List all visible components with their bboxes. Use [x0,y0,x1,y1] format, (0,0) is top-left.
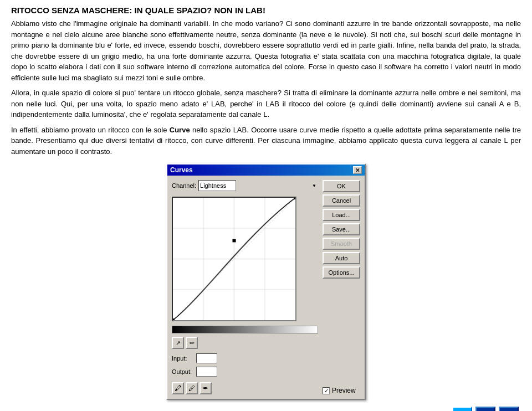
auto-button[interactable]: Auto [323,252,360,264]
curves-bottom-bar [172,326,318,333]
nav-prev-button[interactable]: ◀ [475,407,495,411]
dialog-titlebar: Curves ✕ [167,165,365,176]
page-title: RITOCCO SENZA MASCHERE: IN QUALE SPAZIO?… [11,6,521,15]
channel-label: Channel: [172,182,196,189]
input-label: Input: [172,355,193,362]
load-button[interactable]: Load... [323,209,360,221]
curves-canvas[interactable] [172,197,296,321]
input-row: Input: [172,353,318,363]
save-button[interactable]: Save... [323,223,360,235]
output-field[interactable] [196,367,217,377]
paragraph-2: Allora, in quale spazio di colore si puo… [11,88,521,120]
output-label: Output: [172,368,193,375]
smooth-button[interactable]: Smooth [323,238,360,250]
input-gradient-bar [172,326,318,333]
curve-tool-button[interactable]: ↗ [172,337,184,349]
preview-checkbox[interactable]: ✓ [323,387,330,394]
eyedropper-row: 🖍 🖊 ✒ [172,382,318,394]
dialog-close-button[interactable]: ✕ [353,166,362,174]
dialog-overlay: Curves ✕ Channel: Lightness a b [11,163,521,400]
pencil-tool-button[interactable]: ✏ [186,337,198,349]
input-field[interactable] [196,353,217,363]
paragraph-1: Abbiamo visto che l'immagine originale h… [11,18,521,83]
curves-tools-row: ↗ ✏ [172,337,318,349]
channel-select-wrapper: Lightness a b [198,180,318,191]
dialog-body: Channel: Lightness a b [167,176,365,399]
channel-select[interactable]: Lightness a b [198,180,236,191]
eyedropper-gray-button[interactable]: 🖊 [186,382,198,394]
nav-home-button[interactable]: ⌂ [452,407,472,411]
nav-buttons: ⌂ ◀ ▶ [11,407,521,411]
dialog-right-panel: OK Cancel Load... Save... Smooth Auto Op… [323,180,360,394]
dialog-left-panel: Channel: Lightness a b [172,180,318,394]
preview-row: ✓ Preview [323,387,360,394]
cancel-button[interactable]: Cancel [323,194,360,207]
paragraph-3: In effetti, abbiamo provato un ritocco c… [11,125,521,157]
dialog-title: Curves [170,166,193,174]
eyedropper-black-button[interactable]: 🖍 [172,382,184,394]
output-row: Output: [172,367,318,377]
ok-button[interactable]: OK [323,180,360,192]
preview-label: Preview [332,387,356,394]
channel-row: Channel: Lightness a b [172,180,318,191]
options-button[interactable]: Options... [323,266,360,279]
eyedropper-white-button[interactable]: ✒ [200,382,212,394]
nav-next-button[interactable]: ▶ [499,407,519,411]
curves-dialog: Curves ✕ Channel: Lightness a b [166,163,366,400]
